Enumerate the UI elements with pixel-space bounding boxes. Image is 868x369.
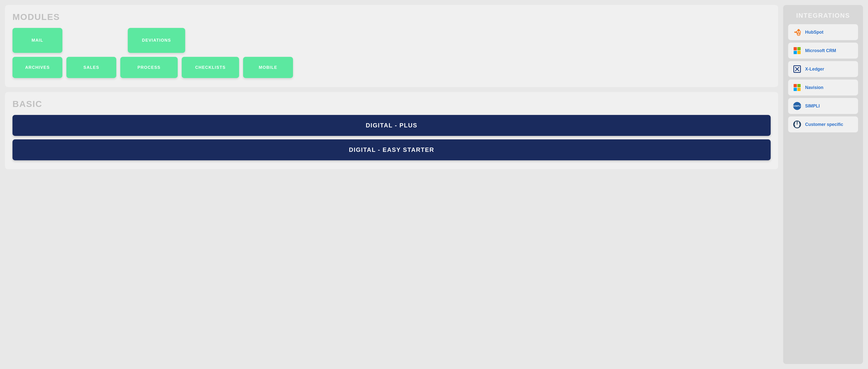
simpli-icon: SIMPLI [793, 101, 802, 110]
integrations-panel: INTEGRATIONS HubSpot Microsoft CRM [783, 5, 863, 364]
svg-point-8 [797, 122, 798, 123]
digital-plus-button[interactable]: DIGITAL - PLUS [12, 115, 771, 136]
modules-row-2: ARCHIVES SALES PROCESS CHECKLISTS MOBILE [12, 57, 771, 78]
digital-easy-starter-button[interactable]: DIGITAL - EASY STARTER [12, 139, 771, 160]
simpli-label: SIMPLI [805, 103, 820, 109]
module-mobile-button[interactable]: MOBILE [243, 57, 293, 78]
integration-simpli[interactable]: SIMPLI SIMPLI [788, 98, 858, 114]
modules-panel: MODULES MAIL DEVIATIONS ARCHIVES SALES P… [5, 5, 778, 87]
integrations-title: INTEGRATIONS [788, 12, 858, 19]
modules-row-1: MAIL DEVIATIONS [12, 28, 771, 53]
module-checklists-button[interactable]: CHECKLISTS [182, 57, 239, 78]
customer-specific-label: Customer specific [805, 122, 843, 127]
hubspot-label: HubSpot [805, 30, 823, 35]
integration-navision[interactable]: Navision [788, 79, 858, 96]
module-deviations-button[interactable]: DEVIATIONS [128, 28, 185, 53]
main-content: MODULES MAIL DEVIATIONS ARCHIVES SALES P… [5, 5, 778, 364]
microsoft-crm-icon [793, 46, 802, 55]
modules-grid: MAIL DEVIATIONS ARCHIVES SALES PROCESS C… [12, 28, 771, 78]
basic-panel: BASIC DIGITAL - PLUS DIGITAL - EASY STAR… [5, 92, 778, 169]
xledger-icon [793, 65, 802, 73]
modules-title: MODULES [12, 12, 771, 22]
customer-specific-icon [793, 120, 802, 129]
microsoft-crm-label: Microsoft CRM [805, 48, 836, 53]
basic-title: BASIC [12, 99, 771, 109]
xledger-label: X-Ledger [805, 67, 824, 72]
navision-label: Navision [805, 85, 823, 90]
module-archives-button[interactable]: ARCHIVES [12, 57, 62, 78]
svg-point-4 [795, 32, 796, 33]
module-process-button[interactable]: PROCESS [120, 57, 178, 78]
module-mail-button[interactable]: MAIL [12, 28, 62, 53]
hubspot-icon [793, 28, 802, 37]
integration-customer-specific[interactable]: Customer specific [788, 116, 858, 132]
module-sales-button[interactable]: SALES [66, 57, 116, 78]
integration-microsoft-crm[interactable]: Microsoft CRM [788, 43, 858, 59]
basic-buttons: DIGITAL - PLUS DIGITAL - EASY STARTER [12, 115, 771, 160]
integration-hubspot[interactable]: HubSpot [788, 24, 858, 40]
integration-xledger[interactable]: X-Ledger [788, 61, 858, 77]
navision-icon [793, 83, 802, 92]
